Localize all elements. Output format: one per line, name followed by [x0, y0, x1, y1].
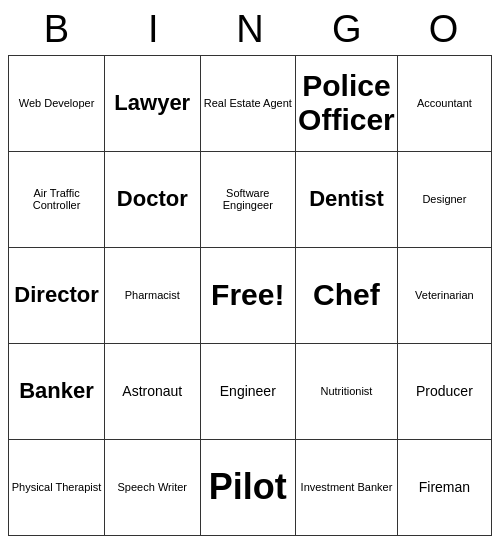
cell-text-2-0: Director	[11, 252, 102, 339]
cell-2-3: Chef	[296, 247, 398, 343]
cell-text-4-2: Pilot	[203, 444, 294, 531]
cell-1-4: Designer	[397, 151, 491, 247]
cell-text-0-0: Web Developer	[11, 60, 102, 147]
cell-text-1-3: Dentist	[298, 156, 395, 243]
cell-0-4: Accountant	[397, 55, 491, 151]
cell-4-2: Pilot	[200, 439, 296, 535]
grid-row-4: Physical TherapistSpeech WriterPilotInve…	[9, 439, 492, 535]
cell-text-1-4: Designer	[400, 156, 489, 243]
cell-text-3-4: Producer	[400, 348, 489, 435]
cell-3-0: Banker	[9, 343, 105, 439]
cell-text-0-1: Lawyer	[107, 60, 197, 147]
cell-4-3: Investment Banker	[296, 439, 398, 535]
bingo-table: Web DeveloperLawyerReal Estate AgentPoli…	[8, 55, 492, 536]
cell-text-0-4: Accountant	[400, 60, 489, 147]
cell-text-1-0: Air Traffic Controller	[11, 156, 102, 243]
cell-text-2-2: Free!	[203, 252, 294, 339]
grid-row-2: DirectorPharmacistFree!ChefVeterinarian	[9, 247, 492, 343]
cell-text-3-3: Nutritionist	[298, 348, 395, 435]
cell-1-3: Dentist	[296, 151, 398, 247]
header-letter-b: B	[8, 8, 105, 51]
cell-text-2-4: Veterinarian	[400, 252, 489, 339]
cell-2-4: Veterinarian	[397, 247, 491, 343]
cell-1-1: Doctor	[105, 151, 200, 247]
cell-2-1: Pharmacist	[105, 247, 200, 343]
cell-text-0-3: Police Officer	[298, 60, 395, 147]
cell-text-3-2: Engineer	[203, 348, 294, 435]
cell-4-0: Physical Therapist	[9, 439, 105, 535]
cell-1-2: Software Engingeer	[200, 151, 296, 247]
cell-text-4-0: Physical Therapist	[11, 444, 102, 531]
cell-text-3-1: Astronaut	[107, 348, 197, 435]
grid-row-1: Air Traffic ControllerDoctorSoftware Eng…	[9, 151, 492, 247]
grid-row-0: Web DeveloperLawyerReal Estate AgentPoli…	[9, 55, 492, 151]
cell-3-3: Nutritionist	[296, 343, 398, 439]
cell-0-2: Real Estate Agent	[200, 55, 296, 151]
bingo-header: BINGO	[8, 8, 492, 51]
cell-text-4-1: Speech Writer	[107, 444, 197, 531]
cell-text-4-4: Fireman	[400, 444, 489, 531]
cell-text-1-2: Software Engingeer	[203, 156, 294, 243]
header-letter-n: N	[202, 8, 299, 51]
cell-text-1-1: Doctor	[107, 156, 197, 243]
cell-text-2-1: Pharmacist	[107, 252, 197, 339]
cell-2-2: Free!	[200, 247, 296, 343]
cell-3-4: Producer	[397, 343, 491, 439]
cell-4-4: Fireman	[397, 439, 491, 535]
cell-text-2-3: Chef	[298, 252, 395, 339]
cell-0-3: Police Officer	[296, 55, 398, 151]
cell-text-3-0: Banker	[11, 348, 102, 435]
header-letter-i: I	[105, 8, 202, 51]
grid-row-3: BankerAstronautEngineerNutritionistProdu…	[9, 343, 492, 439]
cell-3-2: Engineer	[200, 343, 296, 439]
cell-3-1: Astronaut	[105, 343, 200, 439]
cell-text-4-3: Investment Banker	[298, 444, 395, 531]
cell-1-0: Air Traffic Controller	[9, 151, 105, 247]
cell-0-0: Web Developer	[9, 55, 105, 151]
cell-4-1: Speech Writer	[105, 439, 200, 535]
cell-2-0: Director	[9, 247, 105, 343]
header-letter-o: O	[395, 8, 492, 51]
cell-0-1: Lawyer	[105, 55, 200, 151]
cell-text-0-2: Real Estate Agent	[203, 60, 294, 147]
header-letter-g: G	[298, 8, 395, 51]
